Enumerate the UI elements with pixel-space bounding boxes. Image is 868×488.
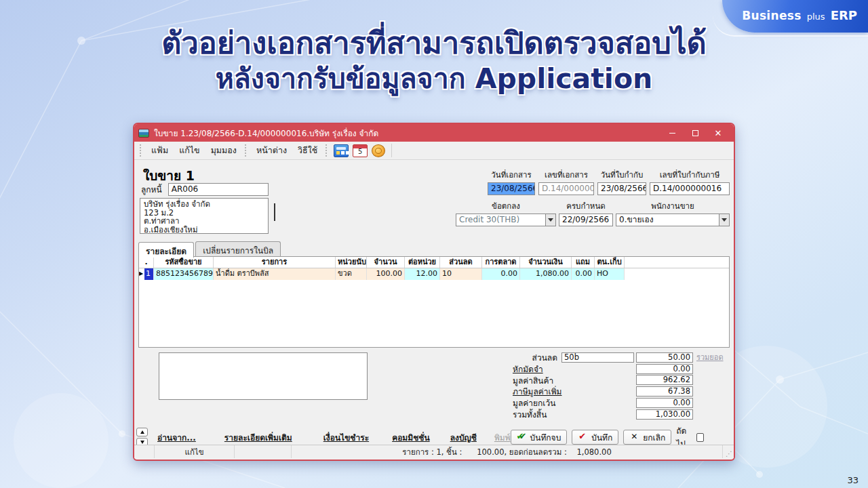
- cell-branch[interactable]: HO: [595, 268, 625, 280]
- check-icon: [578, 432, 589, 442]
- save-label: บันทึก: [591, 431, 612, 444]
- calendar-icon[interactable]: [353, 144, 368, 157]
- salesperson-dropdown[interactable]: 0.ขายเอง: [616, 214, 730, 226]
- salesperson-label: พนักงานขาย: [616, 200, 730, 212]
- customer-address-field[interactable]: บริษัท รุ่งเรื่อง จำกัด 123 ม.2 ต.ท่าศาล…: [140, 198, 269, 234]
- maximize-icon: [692, 130, 698, 136]
- cancel-button[interactable]: ยกเลิก: [623, 430, 671, 445]
- address-line: ต.ท่าศาลา: [144, 217, 264, 226]
- brand-word-business: Business: [742, 9, 801, 22]
- detail-tabs: รายละเอียด เปลี่ยนรายการในบิล: [138, 241, 282, 257]
- close-button[interactable]: ✕: [707, 125, 730, 141]
- double-check-icon: [517, 432, 528, 442]
- col-header-unit: หน่วยนับ: [336, 257, 367, 268]
- status-summary: รายการ : 1, ชิ้น : 100.00, ยอดก่อนลดรวม …: [292, 445, 723, 458]
- due-date-field[interactable]: 22/09/2566: [559, 214, 613, 226]
- toolbar-gripper: [326, 144, 329, 157]
- terms-dropdown[interactable]: Credit 30(THB): [456, 214, 556, 226]
- payment-terms-link[interactable]: เงื่อนไขชำระ: [323, 431, 369, 444]
- minimize-button[interactable]: [660, 125, 684, 141]
- vat-value: 67.38: [636, 386, 693, 396]
- menu-window[interactable]: หน้าต่าง: [251, 142, 292, 159]
- logo-banner: Business plus ERP: [722, 0, 868, 33]
- col-header-free: แถม: [572, 257, 595, 268]
- brand-word-erp: ERP: [831, 8, 857, 22]
- grand-total-value: 1,030.00: [636, 409, 693, 420]
- salesperson-dropdown-button[interactable]: [719, 214, 730, 226]
- tax-invoice-number-field[interactable]: D.14/000000016: [650, 182, 730, 195]
- invoice-date-field[interactable]: 23/08/2566: [597, 182, 646, 195]
- menu-help[interactable]: วิธีใช้: [292, 142, 323, 159]
- print-link-disabled: พิมพ์: [494, 431, 511, 444]
- tab-details[interactable]: รายละเอียด: [138, 242, 194, 258]
- read-from-link[interactable]: อ่านจาก...: [157, 431, 196, 444]
- menu-file[interactable]: แฟ้ม: [146, 142, 174, 159]
- text-caret: [274, 203, 275, 221]
- status-bar: แก้ไข รายการ : 1, ชิ้น : 100.00, ยอดก่อน…: [134, 445, 734, 458]
- doc-date-field[interactable]: 23/08/2566: [488, 182, 535, 195]
- erp-window: ใบขาย 1.23/08/2566-D.14/000000016.บริษัท…: [133, 123, 735, 461]
- cell-unit-price[interactable]: 12.00: [405, 268, 440, 280]
- address-line: บริษัท รุ่งเรื่อง จำกัด: [144, 200, 264, 209]
- cell-unit[interactable]: ขวด: [336, 268, 367, 280]
- exempt-value: 0.00: [636, 398, 693, 408]
- due-date-label: ครบกำหนด: [559, 200, 613, 212]
- x-icon: [629, 432, 640, 442]
- menu-edit[interactable]: แก้ไข: [174, 142, 205, 159]
- resize-grip-icon[interactable]: ⋰: [723, 445, 734, 458]
- next-checkbox[interactable]: [696, 433, 704, 442]
- page-number: 33: [847, 475, 859, 485]
- status-mode: แก้ไข: [155, 445, 235, 458]
- sum-total-link[interactable]: รวมยอด: [696, 351, 724, 363]
- calculator-icon[interactable]: [334, 144, 349, 157]
- customer-code-field[interactable]: AR006: [168, 183, 269, 196]
- document-header-fields: วันที่เอกสาร 23/08/2566 เลขที่เอกสาร D.1…: [488, 169, 730, 195]
- cell-qty[interactable]: 100.00: [367, 268, 405, 280]
- customer-label: ลูกหนี้: [141, 183, 162, 196]
- maximize-button[interactable]: [684, 125, 707, 141]
- window-titlebar[interactable]: ใบขาย 1.23/08/2566-D.14/000000016.บริษัท…: [134, 124, 734, 142]
- window-title: ใบขาย 1.23/08/2566-D.14/000000016.บริษัท…: [154, 127, 660, 140]
- cell-amount[interactable]: 1,080.00: [520, 268, 572, 280]
- doc-number-field: D.14/000000016: [538, 182, 594, 195]
- cell-item-name[interactable]: น้ำดื่ม ตราบีพลัส: [214, 268, 336, 280]
- toolbar-separator: [391, 144, 392, 157]
- menu-view[interactable]: มุมมอง: [205, 142, 242, 159]
- save-and-close-button[interactable]: บันทึกจบ: [511, 430, 568, 445]
- col-header-unit-price: ต่อหน่วย: [405, 257, 440, 268]
- cell-free[interactable]: 0.00: [572, 268, 595, 280]
- col-header-amount: จำนวนเงิน: [520, 257, 572, 268]
- minimize-icon: [669, 133, 675, 134]
- brand-word-plus: plus: [807, 12, 825, 22]
- save-button[interactable]: บันทึก: [572, 430, 618, 445]
- table-header-row: . รหัสซื้อขาย รายการ หน่วยนับ จำนวน ต่อห…: [139, 257, 729, 268]
- line-items-table: . รหัสซื้อขาย รายการ หน่วยนับ จำนวน ต่อห…: [138, 256, 730, 348]
- col-header-qty: จำนวน: [367, 257, 405, 268]
- cell-code[interactable]: 8851234567890: [154, 268, 214, 280]
- table-row[interactable]: ▶ 1 8851234567890 น้ำดื่ม ตราบีพลัส ขวด …: [139, 268, 729, 280]
- brand-logo: Business plus ERP: [742, 8, 857, 22]
- terms-dropdown-button[interactable]: [545, 214, 556, 226]
- menu-bar: แฟ้ม แก้ไข มุมมอง หน้าต่าง วิธีใช้: [134, 142, 734, 160]
- discount-input[interactable]: 50b: [561, 352, 634, 363]
- commission-link[interactable]: คอมมิชชั่น: [392, 431, 430, 444]
- notes-box[interactable]: [159, 352, 368, 400]
- cell-discount[interactable]: 10: [440, 268, 482, 280]
- tab-change-bill-items[interactable]: เปลี่ยนรายการในบิล: [195, 241, 281, 256]
- col-header-marketing: การตลาด: [482, 257, 520, 268]
- save-and-close-label: บันทึกจบ: [530, 431, 561, 444]
- row-number: 1: [144, 268, 153, 280]
- doc-date-label: วันที่เอกสาร: [488, 169, 535, 181]
- scroll-up-button[interactable]: [136, 428, 148, 436]
- more-details-link[interactable]: รายละเอียดเพิ่มเติม: [224, 431, 292, 444]
- coin-icon[interactable]: [372, 144, 385, 157]
- invoice-date-label: วันที่ใบกำกับ: [597, 169, 646, 181]
- toolbar-gripper: [140, 144, 143, 157]
- post-to-ledger-link[interactable]: ลงบัญชี: [450, 431, 477, 444]
- col-header-marker: .: [139, 257, 154, 268]
- arrow-up-icon: [140, 430, 144, 434]
- cell-marketing[interactable]: 0.00: [482, 268, 520, 280]
- tax-invoice-number-label: เลขที่ใบกำกับภาษี: [650, 169, 730, 181]
- chevron-down-icon: [548, 218, 553, 222]
- status-cell-empty: [235, 445, 292, 458]
